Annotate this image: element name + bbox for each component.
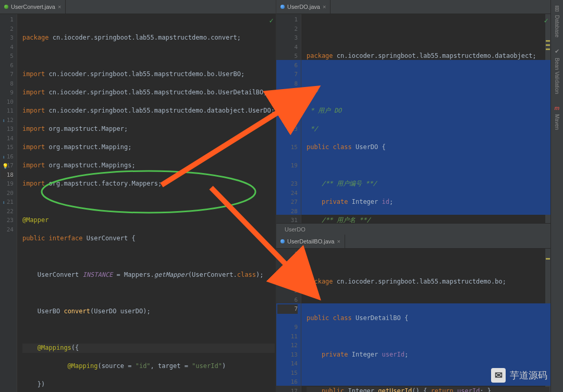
tab-label: UserDetailBO.java	[287, 238, 334, 244]
close-icon[interactable]: ×	[323, 4, 326, 10]
editor-userdo[interactable]: 1 2 3 4 5 6 7 8 9 10 11 12 13 15 19	[276, 14, 550, 223]
sidebar-item-database[interactable]: 🗄 Database	[553, 0, 562, 43]
inspection-ok-icon[interactable]: ✓	[270, 16, 274, 26]
tab-userdetailbo[interactable]: UserDetailBO.java ×	[276, 235, 345, 248]
wechat-icon: ✉	[491, 368, 506, 383]
gutter-left[interactable]: 1 2 3 4 5 6 7 8 9 10 11 12⬇ 13 14 15 16⬇…	[0, 14, 17, 392]
gutter-userdetailbo[interactable]: 1 2 3 4 5 6 7 9 11 12 13 14 15 16 17	[276, 249, 301, 392]
bean-validation-icon: ✔	[554, 48, 561, 55]
close-icon[interactable]: ×	[337, 238, 340, 244]
editor-left[interactable]: 1 2 3 4 5 6 7 8 9 10 11 12⬇ 13 14 15 16⬇…	[0, 14, 276, 392]
watermark-text: 芋道源码	[510, 369, 547, 382]
code-area-userdo[interactable]: ✓ package cn.iocoder.springboot.lab55.ma…	[301, 14, 550, 223]
sidebar-item-maven[interactable]: m Maven	[553, 99, 562, 135]
code-area-left[interactable]: ✓ package cn.iocoder.springboot.lab55.ma…	[17, 14, 276, 392]
database-icon: 🗄	[554, 5, 561, 13]
watermark: ✉ 芋道源码	[491, 368, 547, 383]
tab-userdo[interactable]: UserDO.java ×	[276, 0, 331, 14]
tab-label: UserDO.java	[287, 4, 320, 10]
tab-userconvert[interactable]: UserConvert.java ×	[0, 0, 66, 14]
sidebar-item-bean-validation[interactable]: ✔ Bean Validation	[553, 43, 562, 99]
java-class-icon	[280, 5, 285, 9]
override-icon[interactable]: ⬇	[2, 198, 5, 207]
tab-label: UserConvert.java	[11, 4, 55, 10]
override-icon[interactable]: ⬇	[2, 153, 5, 162]
gutter-userdo[interactable]: 1 2 3 4 5 6 7 8 9 10 11 12 13 15 19	[276, 14, 301, 223]
inspection-ok-icon[interactable]: ✓	[544, 16, 548, 26]
right-tool-sidebar: 🗄 Database ✔ Bean Validation m Maven	[550, 0, 563, 392]
maven-icon: m	[554, 104, 561, 112]
breadcrumb-userdo[interactable]: UserDO	[276, 223, 550, 235]
override-icon[interactable]: ⬇	[2, 116, 5, 126]
bulb-icon[interactable]: 💡	[2, 162, 8, 171]
java-interface-icon	[4, 5, 8, 9]
tab-bar-userdetailbo: UserDetailBO.java ×	[276, 235, 550, 249]
tab-bar-userdo: UserDO.java ×	[276, 0, 550, 14]
editor-pane-userdo: UserDO.java × 1 2 3 4 5 6 7 8 9 10 11	[276, 0, 550, 235]
java-class-icon	[280, 239, 285, 243]
breadcrumb-item[interactable]: UserDO	[285, 226, 305, 232]
tab-bar-left: UserConvert.java ×	[0, 0, 276, 14]
left-editor-pane: UserConvert.java × 1 2 3 4 5 6 7 8 9 10 …	[0, 0, 276, 392]
close-icon[interactable]: ×	[58, 4, 61, 10]
right-editor-column: UserDO.java × 1 2 3 4 5 6 7 8 9 10 11	[276, 0, 550, 392]
